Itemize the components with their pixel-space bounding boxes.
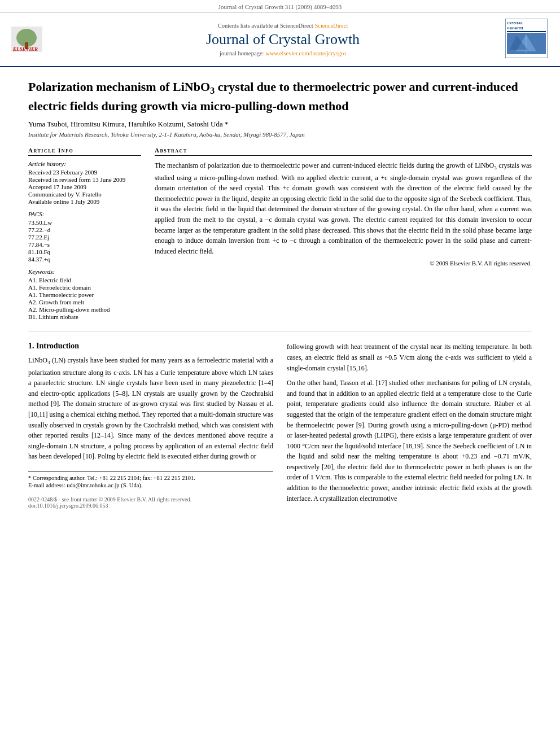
affiliation: Institute for Materials Research, Tohoku… <box>28 131 532 138</box>
left-column: Article Info Article history: Received 2… <box>28 147 141 321</box>
svg-text:GROWTH: GROWTH <box>507 27 523 30</box>
introduction-heading: 1. Introduction <box>28 342 273 351</box>
homepage-line: journal homepage: www.elsevier.com/locat… <box>62 50 504 56</box>
journal-title-area: Contents lists available at ScienceDirec… <box>62 23 504 56</box>
crystal-growth-logo: CRYSTAL GROWTH <box>504 19 549 60</box>
article-info-label: Article Info <box>28 147 141 156</box>
issn-line: 0022-0248/$ - see front matter © 2009 El… <box>28 496 273 509</box>
journal-citation: Journal of Crystal Growth 311 (2009) 408… <box>0 0 560 13</box>
crystal-growth-icon: CRYSTAL GROWTH <box>505 19 548 58</box>
elsevier-logo: ELSEVIER <box>11 27 62 53</box>
elsevier-tree-icon: ELSEVIER <box>11 27 42 52</box>
elsevier-graphic: ELSEVIER <box>11 27 62 52</box>
introduction-section: 1. Introduction LiNbO3 (LN) crystals hav… <box>28 342 532 509</box>
homepage-link[interactable]: www.elsevier.com/locate/jcrysgro <box>265 50 346 56</box>
abstract-label: Abstract <box>155 147 532 156</box>
right-column: Abstract The mechanism of polarization d… <box>155 147 532 321</box>
section-divider <box>28 331 532 331</box>
pacs-block: PACS: 73.50.Lw 77.22.−d 77.22.Ej 77.84.−… <box>28 211 141 263</box>
abstract-text: The mechanism of polarization due to the… <box>155 160 532 256</box>
sciencedirect-line: Contents lists available at ScienceDirec… <box>62 23 504 29</box>
keywords-block: Keywords: A1. Electric field A1. Ferroel… <box>28 268 141 320</box>
intro-paragraph-1: LiNbO3 (LN) crystals have been studied f… <box>28 355 273 462</box>
sciencedirect-link[interactable]: ScienceDirect <box>314 23 348 29</box>
main-content: Polarization mechanism of LiNbO3 crystal… <box>0 67 560 520</box>
svg-text:ELSEVIER: ELSEVIER <box>12 46 38 52</box>
intro-paragraph-2: following growth with heat treatment of … <box>287 342 532 373</box>
intro-paragraph-3: On the other hand, Tasson et al. [17] st… <box>287 378 532 504</box>
journal-header: ELSEVIER Contents lists available at Sci… <box>0 13 560 67</box>
authors: Yuma Tsuboi, Hiromitsu Kimura, Haruhiko … <box>28 120 532 129</box>
intro-left-column: 1. Introduction LiNbO3 (LN) crystals hav… <box>28 342 273 509</box>
intro-right-column: following growth with heat treatment of … <box>287 342 532 509</box>
paper-title: Polarization mechanism of LiNbO3 crystal… <box>28 78 532 114</box>
article-info-abstract: Article Info Article history: Received 2… <box>28 147 532 321</box>
journal-main-title: Journal of Crystal Growth <box>62 31 504 48</box>
svg-text:CRYSTAL: CRYSTAL <box>507 21 523 25</box>
svg-rect-7 <box>507 31 546 32</box>
footnote-area: * Corresponding author. Tel.: +81 22 215… <box>28 471 273 488</box>
article-history: Article history: Received 23 February 20… <box>28 160 141 205</box>
copyright-line: © 2009 Elsevier B.V. All rights reserved… <box>155 260 532 267</box>
